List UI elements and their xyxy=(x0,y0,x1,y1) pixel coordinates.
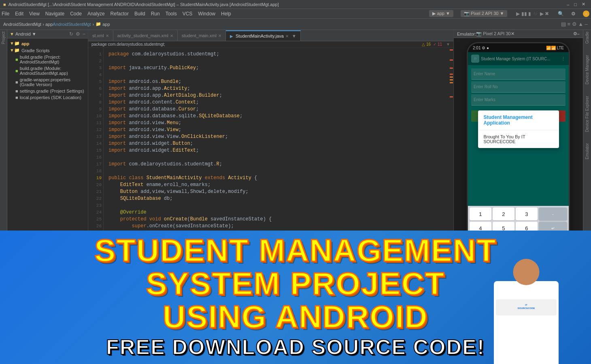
tree-label-build1: build.gradle (Project: AndroidStudentMgt… xyxy=(20,55,85,64)
tree-item-app[interactable]: ▼📁 app xyxy=(7,40,88,47)
error-count[interactable]: ✓ 11 xyxy=(433,42,442,47)
menu-code[interactable]: Code xyxy=(70,11,82,17)
emulator-close-icon[interactable]: ✕ xyxy=(511,31,514,36)
sidebar-device-file-label[interactable]: Device File Explorer xyxy=(585,96,589,132)
search-icon[interactable]: 🔍 xyxy=(558,11,564,17)
settings-icon[interactable]: ⚙ xyxy=(571,11,576,17)
breadcrumb-app: 📁 app xyxy=(96,21,110,27)
tab-label-activity: activity_student_main.xml xyxy=(117,33,168,38)
emulator-label: Emulator: xyxy=(457,32,476,36)
tree-label-wrapper: gradle-wrapper.properties (Gradle Versio… xyxy=(20,77,85,87)
android-label: Android xyxy=(15,32,31,36)
menu-refactor[interactable]: Refactor xyxy=(111,11,129,17)
emulator-settings-icon[interactable]: ⚙ xyxy=(573,31,577,36)
phone-dialog-overlay: Student Management Application Brought T… xyxy=(468,52,569,206)
tab-student-main[interactable]: student_main.xml ✕ xyxy=(178,30,226,41)
phone-time: 2:01 ⚙ ● xyxy=(473,46,489,50)
menu-view[interactable]: View xyxy=(29,11,40,17)
close-btn[interactable]: ✕ xyxy=(582,2,585,7)
user-avatar[interactable]: A xyxy=(583,11,589,17)
tab-close-student-main[interactable]: ✕ xyxy=(218,34,221,38)
gradle-icon-2: ■ xyxy=(15,68,18,73)
menu-edit[interactable]: Edit xyxy=(15,11,23,17)
tab-main-activity[interactable]: ▶ StudentMainActivity.java ✕ ▼ xyxy=(226,30,301,41)
menu-run[interactable]: Run xyxy=(151,11,160,17)
folder-open-icon: ▼📁 xyxy=(10,48,20,53)
phone-signal: 📶📶 LTE xyxy=(546,46,564,50)
key-minus[interactable]: - xyxy=(539,207,567,220)
prop-icon-3: ■ xyxy=(15,95,18,100)
menu-build[interactable]: Build xyxy=(134,11,145,17)
sync-icon[interactable]: ↻ xyxy=(69,31,73,37)
tab-label-stxml: st.xml xyxy=(92,33,104,38)
tab-close-main-activity[interactable]: ✕ xyxy=(285,34,289,38)
phone-dialog-title: Student Management Application xyxy=(478,110,559,130)
tree-item-build-gradle-module[interactable]: ■ build.gradle (Module: AndroidStudentMg… xyxy=(7,65,88,76)
tree-label-build2: build.gradle (Module: AndroidStudentMgt.… xyxy=(20,66,85,76)
main-title-line1: STUDENT MANAGEMENT xyxy=(94,235,497,265)
tree-item-build-gradle-project[interactable]: ■ build.gradle (Project: AndroidStudentM… xyxy=(7,54,88,65)
menu-vcs[interactable]: VCS xyxy=(183,11,193,17)
menu-tools[interactable]: Tools xyxy=(166,11,177,17)
phone-screen: ⚐ Student Manage System (IT SOURC... ⋮ E… xyxy=(468,52,569,206)
tab-close-activity[interactable]: ✕ xyxy=(170,34,173,38)
settings-icon[interactable]: ⚙ xyxy=(76,31,80,37)
tab-bar: st.xml ✕ activity_student_main.xml ✕ stu… xyxy=(88,30,453,41)
tree-label-gradle: Gradle Scripts xyxy=(21,48,50,53)
sidebar-device-manager-label[interactable]: Device Manager xyxy=(585,55,589,85)
key-2[interactable]: 2 xyxy=(493,207,514,220)
key-3[interactable]: 3 xyxy=(516,207,538,220)
tree-item-local-props[interactable]: ■ local.properties (SDK Location) xyxy=(7,94,88,101)
emulator-minimize-icon[interactable]: − xyxy=(577,32,580,36)
tab-label-main-activity: StudentMainActivity.java xyxy=(236,34,284,38)
menu-analyze[interactable]: Analyze xyxy=(87,11,105,17)
tree-item-gradle-wrapper[interactable]: ■ gradle-wrapper.properties (Gradle Vers… xyxy=(7,76,88,88)
phone-status-bar: 2:01 ⚙ ● 📶📶 LTE xyxy=(468,43,569,52)
sidebar-project-label[interactable]: Project xyxy=(1,32,6,44)
window-title: AndroidStudentMgt [...\Android\Student M… xyxy=(9,2,565,7)
package-label: package com.delaroystudios.studentmgt; xyxy=(91,42,165,47)
tab-close-stxml[interactable]: ✕ xyxy=(106,34,109,38)
folder-icon: ▼📁 xyxy=(10,41,20,46)
panel-actions: ↻ ⚙ − xyxy=(69,31,85,37)
maximize-btn[interactable]: □ xyxy=(574,2,577,7)
breadcrumb-text: AndroidStudentMgt xyxy=(53,22,91,27)
minimize-btn[interactable]: – xyxy=(567,2,569,7)
menu-navigate[interactable]: Navigate xyxy=(45,11,64,17)
menu-help[interactable]: Help xyxy=(221,11,231,17)
main-title-line2: SYSTEM PROJECT xyxy=(146,269,445,298)
project-panel-icons: ▤ ≡ ⚙ ▲ – xyxy=(561,21,588,27)
gradle-icon-1: ■ xyxy=(15,57,18,62)
sidebar-gradle-label[interactable]: Gradle xyxy=(585,32,589,44)
tab-label-student-main: student_main.xml xyxy=(182,33,217,38)
device-selector[interactable]: 📷 Pixel 2 API 30 ▼ xyxy=(461,10,508,17)
tab-dropdown-icon[interactable]: ▼ xyxy=(292,34,296,38)
tree-item-settings-gradle[interactable]: ■ settings.gradle (Project Settings) xyxy=(7,88,88,94)
title-bar: ■ AndroidStudentMgt [...\Android\Student… xyxy=(0,0,591,9)
android-dropdown[interactable]: ▼ Android ▼ xyxy=(10,32,36,36)
prop-icon-2: ■ xyxy=(15,89,18,93)
main-title-line3: USING ANDROID xyxy=(163,302,428,332)
tree-label-app: app xyxy=(21,41,30,46)
tab-activity-student[interactable]: activity_student_main.xml ✕ xyxy=(113,30,178,41)
tab-stxml[interactable]: st.xml ✕ xyxy=(88,30,113,41)
tree-label-settings: settings.gradle (Project Settings) xyxy=(20,89,84,93)
emulator-header: Emulator: 📷 Pixel 2 API 30 ✕ ⚙ − xyxy=(454,30,583,38)
sub-title: FREE DOWNLOAD SOURCE CODE! xyxy=(106,335,485,359)
breadcrumb: AndroidStudentMgt › app xyxy=(3,22,53,27)
keyboard-row-1: 1 2 3 - xyxy=(470,207,567,220)
phone-dialog: Student Management Application Brought T… xyxy=(478,110,559,148)
toolbar-run-config[interactable]: ▶ app ▼ xyxy=(429,10,453,17)
collapse-icon[interactable]: − xyxy=(83,31,85,37)
phone-dialog-body: Brought To You By IT SOURCECODE xyxy=(478,130,559,148)
menu-window[interactable]: Window xyxy=(198,11,215,17)
tree-item-gradle-scripts[interactable]: ▼📁 Gradle Scripts xyxy=(7,47,88,54)
tree-label-local: local.properties (SDK Location) xyxy=(20,95,81,100)
warning-bar: package com.delaroystudios.studentmgt; △… xyxy=(88,41,453,48)
warning-count[interactable]: △ 16 xyxy=(422,42,431,47)
menu-file[interactable]: File xyxy=(2,11,9,17)
toolbar-icons: ▶ ▮▮ ▮ ◾ ▶ ✖ xyxy=(516,11,549,17)
sidebar-emulator-label[interactable]: Emulator xyxy=(585,143,589,159)
key-1[interactable]: 1 xyxy=(470,207,491,220)
menu-bar: File Edit View Navigate Code Analyze Ref… xyxy=(0,9,591,19)
